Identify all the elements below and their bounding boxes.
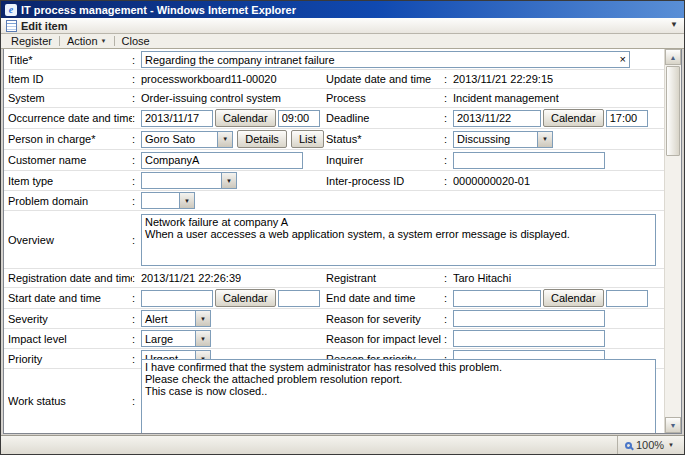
deadline-calendar-button[interactable]: Calendar bbox=[543, 109, 604, 127]
deadline-label: Deadline bbox=[326, 112, 444, 124]
occurrence-time-input[interactable] bbox=[278, 110, 320, 127]
end-date-input[interactable] bbox=[453, 290, 541, 307]
row-overview: Overview Network failure at company A Wh… bbox=[4, 211, 664, 269]
registration-value: 2013/11/21 22:26:39 bbox=[141, 272, 241, 284]
system-value: Order-issuing control system bbox=[141, 92, 281, 104]
scroll-up-icon[interactable]: ▲ bbox=[665, 49, 681, 65]
occurrence-label: Occurrence date and time bbox=[8, 112, 132, 124]
occurrence-date-input[interactable] bbox=[141, 110, 213, 127]
colon bbox=[132, 353, 141, 365]
occurrence-calendar-button[interactable]: Calendar bbox=[215, 109, 276, 127]
chevron-down-icon: ▼ bbox=[537, 132, 552, 147]
colon bbox=[132, 175, 141, 187]
severity-select[interactable]: Alert ▼ bbox=[141, 310, 211, 327]
list-button[interactable]: List bbox=[291, 130, 324, 148]
overview-label: Overview bbox=[8, 234, 132, 246]
colon bbox=[444, 272, 453, 284]
status-label: Status* bbox=[326, 133, 444, 145]
deadline-time-input[interactable] bbox=[606, 110, 648, 127]
row-impact: Impact level Large ▼ Reason for impact l… bbox=[4, 329, 664, 349]
row-item-type: Item type ▼ Inter-process ID 0000000020-… bbox=[4, 171, 664, 191]
scrollbar-track[interactable] bbox=[665, 65, 681, 417]
item-id-label: Item ID bbox=[8, 73, 132, 85]
title-input[interactable] bbox=[141, 51, 630, 68]
colon bbox=[132, 234, 141, 246]
system-label: System bbox=[8, 92, 132, 104]
details-button[interactable]: Details bbox=[237, 130, 287, 148]
priority-label: Priority bbox=[8, 353, 132, 365]
colon bbox=[132, 54, 141, 66]
status-value: Discussing bbox=[454, 133, 537, 145]
person-in-charge-label: Person in charge* bbox=[8, 133, 132, 145]
menu-action[interactable]: Action▼ bbox=[60, 35, 114, 47]
colon bbox=[444, 154, 453, 166]
row-occurrence: Occurrence date and time Calendar Deadli… bbox=[4, 108, 664, 129]
menu-register-label: Register bbox=[11, 35, 52, 47]
start-date-input[interactable] bbox=[141, 290, 213, 307]
row-problem-domain: Problem domain ▼ bbox=[4, 191, 664, 211]
menu-close-label: Close bbox=[122, 35, 150, 47]
colon bbox=[444, 313, 453, 325]
zoom-control[interactable]: 100% ▼ bbox=[617, 436, 684, 454]
person-in-charge-select[interactable]: Goro Sato ▼ bbox=[141, 131, 233, 148]
edit-item-form: Title* × Item ID processworkboard11-0002… bbox=[4, 49, 664, 433]
edit-item-icon bbox=[6, 20, 17, 32]
end-time-input[interactable] bbox=[606, 290, 648, 307]
work-status-label: Work status bbox=[8, 395, 132, 407]
scroll-down-icon[interactable]: ▼ bbox=[665, 417, 681, 433]
menu-bar: Register Action▼ Close bbox=[1, 34, 684, 49]
inquirer-input[interactable] bbox=[453, 152, 605, 169]
title-label: Title* bbox=[8, 54, 132, 66]
work-status-textarea[interactable]: I have confirmed that the system adminis… bbox=[141, 359, 656, 433]
menu-close[interactable]: Close bbox=[115, 35, 157, 47]
overview-textarea[interactable]: Network failure at company A When a user… bbox=[141, 214, 656, 266]
ie-icon: e bbox=[5, 4, 17, 16]
window-title: IT process management - Windows Internet… bbox=[21, 4, 296, 16]
colon bbox=[132, 333, 141, 345]
row-customer: Customer name Inquirer bbox=[4, 150, 664, 171]
row-start-end: Start date and time Calendar End date an… bbox=[4, 288, 664, 309]
inter-process-id-label: Inter-process ID bbox=[326, 175, 444, 187]
menu-register[interactable]: Register bbox=[4, 35, 59, 47]
colon bbox=[444, 333, 453, 345]
severity-value: Alert bbox=[142, 313, 195, 325]
scrollbar-thumb[interactable] bbox=[666, 66, 680, 156]
chevron-down-icon: ▼ bbox=[179, 193, 194, 208]
row-registration: Registration date and time 2013/11/21 22… bbox=[4, 269, 664, 288]
severity-label: Severity bbox=[8, 313, 132, 325]
ie-window: e IT process management - Windows Intern… bbox=[0, 0, 685, 455]
reason-severity-input[interactable] bbox=[453, 310, 605, 327]
problem-domain-select[interactable]: ▼ bbox=[141, 192, 195, 209]
colon bbox=[132, 154, 141, 166]
colon bbox=[132, 133, 141, 145]
item-type-select[interactable]: ▼ bbox=[141, 172, 237, 189]
status-select[interactable]: Discussing ▼ bbox=[453, 131, 553, 148]
colon bbox=[444, 92, 453, 104]
zoom-level: 100% bbox=[636, 439, 664, 451]
magnifier-icon bbox=[625, 442, 632, 449]
chevron-down-icon: ▼ bbox=[101, 38, 107, 44]
chevron-down-icon: ▼ bbox=[195, 331, 210, 346]
overview-textarea-wrap: Network failure at company A When a user… bbox=[141, 214, 656, 266]
vertical-scrollbar[interactable]: ▲ ▼ bbox=[664, 49, 681, 433]
deadline-date-input[interactable] bbox=[453, 110, 541, 127]
end-calendar-button[interactable]: Calendar bbox=[543, 289, 604, 307]
title-bar[interactable]: e IT process management - Windows Intern… bbox=[1, 1, 684, 18]
customer-name-input[interactable] bbox=[141, 152, 303, 169]
registrant-value: Taro Hitachi bbox=[453, 272, 511, 284]
chevron-down-icon: ▼ bbox=[221, 173, 236, 188]
start-time-input[interactable] bbox=[278, 290, 320, 307]
inquirer-label: Inquirer bbox=[326, 154, 444, 166]
row-system: System Order-issuing control system Proc… bbox=[4, 89, 664, 108]
colon bbox=[132, 195, 141, 207]
row-person-in-charge: Person in charge* Goro Sato ▼ Details Li… bbox=[4, 129, 664, 150]
edit-item-header: Edit item ▼ bbox=[1, 18, 684, 34]
chevron-down-icon[interactable]: ▼ bbox=[670, 20, 678, 29]
item-type-label: Item type bbox=[8, 175, 132, 187]
start-calendar-button[interactable]: Calendar bbox=[215, 289, 276, 307]
status-bar: 100% ▼ bbox=[1, 435, 684, 454]
reason-impact-input[interactable] bbox=[453, 330, 605, 347]
person-in-charge-value: Goro Sato bbox=[142, 133, 217, 145]
clear-icon[interactable]: × bbox=[620, 53, 626, 66]
impact-select[interactable]: Large ▼ bbox=[141, 330, 211, 347]
